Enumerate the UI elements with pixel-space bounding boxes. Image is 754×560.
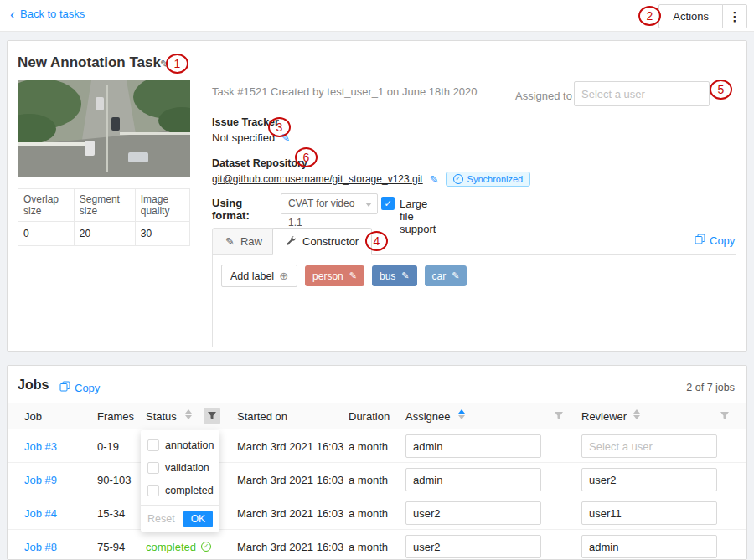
label-tag-person[interactable]: person ✎ xyxy=(305,265,364,286)
repository-url[interactable]: git@github.com:username/git_storage_v123… xyxy=(212,173,423,185)
add-label-button[interactable]: Add label ⊕ xyxy=(221,265,297,287)
sort-icon-reviewer[interactable] xyxy=(633,409,640,419)
table-row: Job #3 0-19 March 3rd 2021 16:03 a month xyxy=(8,429,746,463)
col-reviewer: Reviewer xyxy=(581,403,627,429)
edit-icon[interactable]: ✎ xyxy=(452,270,459,281)
format-select-value: CVAT for video 1.1 xyxy=(288,198,354,229)
copy-icon xyxy=(59,381,70,394)
job-link[interactable]: Job #8 xyxy=(24,541,57,553)
filter-option-validation[interactable]: validation xyxy=(141,456,219,479)
status-text: completed xyxy=(146,541,196,553)
started-cell: March 3rd 2021 16:03 xyxy=(237,496,343,530)
status-cell: completed ✓ xyxy=(146,530,211,560)
filter-icon-reviewer[interactable] xyxy=(720,411,730,421)
format-select[interactable]: CVAT for video 1.1 xyxy=(281,193,378,214)
duration-cell: a month xyxy=(349,463,388,496)
tab-raw[interactable]: ✎ Raw xyxy=(212,228,276,254)
checkbox[interactable] xyxy=(147,485,159,496)
param-value: 20 xyxy=(74,222,135,246)
annotation-circle-1: 1 xyxy=(166,54,188,74)
assignee-input[interactable] xyxy=(405,468,541,491)
reviewer-input[interactable] xyxy=(581,468,717,491)
col-duration: Duration xyxy=(349,403,390,429)
task-preview-image xyxy=(18,80,190,177)
checkbox[interactable] xyxy=(147,439,159,451)
issue-tracker-value: Not specified xyxy=(212,131,275,144)
back-to-tasks-link[interactable]: ‹ Back to tasks xyxy=(10,8,85,20)
edit-repository-icon[interactable]: ✎ xyxy=(430,173,439,186)
assignee-input[interactable] xyxy=(405,434,541,458)
actions-button[interactable]: Actions xyxy=(658,4,723,28)
copy-jobs-button[interactable]: Copy xyxy=(59,381,100,394)
back-chevron-icon: ‹ xyxy=(10,8,15,20)
jobs-table-header: Job Frames Status Started on Duration As… xyxy=(8,403,746,429)
tab-constructor[interactable]: Constructor xyxy=(272,228,372,255)
job-link[interactable]: Job #9 xyxy=(24,474,57,486)
started-cell: March 3rd 2021 16:03 xyxy=(237,429,343,463)
dataset-repository-label: Dataset Repository xyxy=(212,157,307,169)
duration-cell: a month xyxy=(349,530,388,560)
reviewer-input[interactable] xyxy=(581,501,717,525)
reviewer-input[interactable] xyxy=(581,535,717,558)
filter-icon-status[interactable] xyxy=(204,408,220,424)
filter-option-annotation[interactable]: annotation xyxy=(141,434,219,456)
using-format-label: Using format: xyxy=(212,197,250,222)
duration-cell: a month xyxy=(349,496,388,530)
annotation-circle-4: 4 xyxy=(365,231,388,251)
sort-icon-assignee[interactable] xyxy=(458,409,465,419)
param-value: 30 xyxy=(135,222,189,246)
table-row: Job #9 90-103 March 3rd 2021 16:03 a mon… xyxy=(8,463,746,496)
param-value: 0 xyxy=(18,222,75,246)
tab-raw-label: Raw xyxy=(240,235,262,248)
jobs-title: Jobs xyxy=(18,378,49,393)
actions-dropdown-button[interactable]: ⋮ xyxy=(722,4,747,28)
jobs-card: Jobs Copy 2 of 7 jobs Job Frames Status … xyxy=(7,365,747,560)
checkbox[interactable] xyxy=(147,462,159,474)
sync-status-badge: ✓ Synchronized xyxy=(446,172,531,187)
status-filter-dropdown: annotation validation completed Reset OK xyxy=(141,430,219,532)
col-assignee: Assignee xyxy=(405,403,450,429)
assignee-input[interactable] xyxy=(405,535,541,558)
large-file-label: Large file support xyxy=(400,198,436,235)
copy-icon xyxy=(695,234,705,247)
filter-reset-button[interactable]: Reset xyxy=(147,513,175,525)
back-label: Back to tasks xyxy=(20,8,85,20)
assignee-input[interactable] xyxy=(405,501,541,525)
sync-status-label: Synchronized xyxy=(467,174,524,184)
edit-icon[interactable]: ✎ xyxy=(349,270,357,281)
started-cell: March 3rd 2021 16:03 xyxy=(237,463,343,496)
task-params-table: Overlap size Segment size Image quality … xyxy=(18,188,190,246)
label-tag-name: bus xyxy=(380,270,395,282)
sort-icon-status[interactable] xyxy=(185,409,192,419)
label-tag-name: car xyxy=(432,270,447,282)
filter-ok-button[interactable]: OK xyxy=(183,511,213,527)
param-header: Overlap size xyxy=(18,189,75,222)
frames-cell: 90-103 xyxy=(97,463,131,496)
large-file-checkbox[interactable]: ✓ xyxy=(381,197,395,210)
reviewer-input[interactable] xyxy=(581,434,717,458)
tab-constructor-label: Constructor xyxy=(302,235,359,248)
add-label-text: Add label xyxy=(230,270,274,282)
frames-cell: 15-34 xyxy=(97,496,125,530)
annotation-circle-6: 6 xyxy=(295,147,318,167)
edit-icon[interactable]: ✎ xyxy=(401,270,409,281)
label-tag-car[interactable]: car ✎ xyxy=(425,265,467,286)
sync-check-icon: ✓ xyxy=(453,174,463,184)
assigned-to-label: Assigned to xyxy=(515,90,572,102)
job-link[interactable]: Job #3 xyxy=(24,440,57,453)
copy-labels-button[interactable]: Copy xyxy=(695,234,735,247)
job-link[interactable]: Job #4 xyxy=(24,507,57,520)
copy-label: Copy xyxy=(710,234,735,247)
check-circle-icon: ✓ xyxy=(201,542,211,552)
more-icon: ⋮ xyxy=(729,9,741,23)
col-job: Job xyxy=(24,403,42,429)
label-tag-bus[interactable]: bus ✎ xyxy=(372,265,417,286)
filter-option-completed[interactable]: completed xyxy=(141,479,219,501)
param-header: Segment size xyxy=(74,189,135,222)
filter-icon-assignee[interactable] xyxy=(554,411,564,421)
task-assignee-select[interactable] xyxy=(574,81,710,106)
table-row: Job #4 15-34 March 3rd 2021 16:03 a mont… xyxy=(8,496,746,530)
task-card: New Annotation Task ✎ Overlap size Segme… xyxy=(7,40,747,352)
annotation-circle-5: 5 xyxy=(710,80,732,100)
annotation-circle-3: 3 xyxy=(268,117,291,137)
